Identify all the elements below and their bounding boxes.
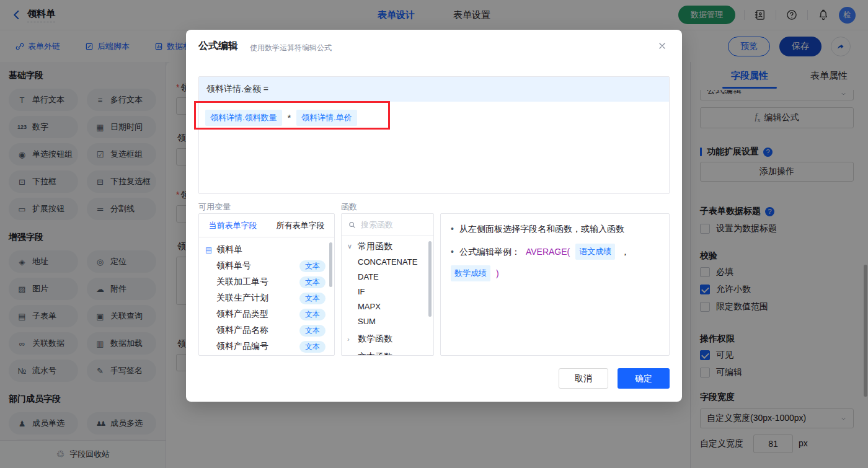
variables-scrollbar-thumb[interactable] xyxy=(329,242,332,287)
function-search-input[interactable] xyxy=(361,220,422,229)
example-field-tag: 数学成绩 xyxy=(451,265,490,281)
formula-editor-modal: 公式编辑 使用数学运算符编辑公式 领料详情.金额 = 领料详情.领料数量 * 领… xyxy=(186,30,682,402)
formula-editor-box: 领料详情.金额 = 领料详情.领料数量 * 领料详情.单价 xyxy=(198,76,670,194)
modal-title: 公式编辑 xyxy=(198,40,238,53)
function-group-math[interactable]: ›数学函数 xyxy=(342,331,433,347)
variable-item[interactable]: 关联生产计划文本 xyxy=(199,290,334,306)
function-group-text[interactable]: ›文本函数 xyxy=(342,349,433,356)
example-function-close: ) xyxy=(496,267,499,280)
bullet: • xyxy=(451,222,454,236)
function-item[interactable]: CONCATENATE xyxy=(342,254,433,269)
formula-expression-area[interactable]: 领料详情.领料数量 * 领料详情.单价 xyxy=(199,102,669,134)
tip-example-line: • 公式编辑举例： AVERAGE( 语文成绩 ， 数学成绩 ) xyxy=(451,244,659,281)
chevron-down-icon: ∨ xyxy=(347,242,353,250)
search-icon xyxy=(348,221,356,229)
function-item[interactable]: MAPX xyxy=(342,299,433,314)
function-group-common[interactable]: ∨常用函数 xyxy=(342,239,433,254)
variables-label: 可用变量 xyxy=(198,201,231,213)
tip-line: • 从左侧面板选择字段名和函数，或输入函数 xyxy=(451,222,659,236)
type-badge: 文本 xyxy=(299,325,326,337)
app-screen: *领 领 *领 领 领 领料单 表单设计 表单设置 数据管理 检 xyxy=(0,0,868,468)
tips-panel: • 从左侧面板选择字段名和函数，或输入函数 • 公式编辑举例： AVERAGE(… xyxy=(440,213,670,356)
type-badge: 文本 xyxy=(299,293,326,304)
formula-field-tag[interactable]: 领料详情.单价 xyxy=(296,110,357,126)
formula-operator: * xyxy=(288,113,291,123)
function-item[interactable]: IF xyxy=(342,284,433,299)
type-badge: 文本 xyxy=(299,260,326,272)
variable-item[interactable]: 领料产品类型文本 xyxy=(199,306,334,322)
form-file-icon: ▤ xyxy=(205,245,212,254)
variable-item[interactable]: 领料产品名称文本 xyxy=(199,322,334,338)
variable-item[interactable]: 关联加工单号文本 xyxy=(199,274,334,290)
function-item[interactable]: DATE xyxy=(342,269,433,284)
variables-tabs: 当前表单字段 所有表单字段 xyxy=(199,214,334,237)
type-badge: 文本 xyxy=(299,341,326,353)
formula-field-tag[interactable]: 领料详情.领料数量 xyxy=(205,110,282,126)
type-badge: 文本 xyxy=(299,276,326,288)
function-item[interactable]: SUM xyxy=(342,314,433,329)
cancel-button[interactable]: 取消 xyxy=(559,368,608,389)
formula-target: 领料详情.金额 = xyxy=(199,77,669,102)
confirm-button[interactable]: 确定 xyxy=(618,368,670,389)
tab-current-form-fields[interactable]: 当前表单字段 xyxy=(199,214,267,237)
type-badge: 文本 xyxy=(299,309,326,320)
example-field-tag: 语文成绩 xyxy=(575,244,615,260)
close-icon[interactable] xyxy=(657,41,667,51)
function-search[interactable] xyxy=(342,214,433,236)
functions-panel: ∨常用函数 CONCATENATE DATE IF MAPX SUM ›数学函数… xyxy=(341,213,434,356)
tab-all-form-fields[interactable]: 所有表单字段 xyxy=(267,214,334,237)
example-function-open: AVERAGE( xyxy=(526,245,570,258)
functions-scrollbar-thumb[interactable] xyxy=(428,241,432,317)
bullet: • xyxy=(451,245,454,258)
functions-label: 函数 xyxy=(341,201,357,213)
chevron-right-icon: › xyxy=(347,335,353,343)
modal-subtitle: 使用数学运算符编辑公式 xyxy=(250,43,332,53)
variables-panel: 当前表单字段 所有表单字段 ▤ 领料单 领料单号文本 关联加工单号文本 关联生产… xyxy=(198,213,335,356)
chevron-right-icon: › xyxy=(347,353,353,356)
variable-item[interactable]: 领料单号文本 xyxy=(199,258,334,274)
variable-item[interactable]: 领料产品编号文本 xyxy=(199,338,334,355)
variables-root-node[interactable]: ▤ 领料单 xyxy=(205,242,334,258)
